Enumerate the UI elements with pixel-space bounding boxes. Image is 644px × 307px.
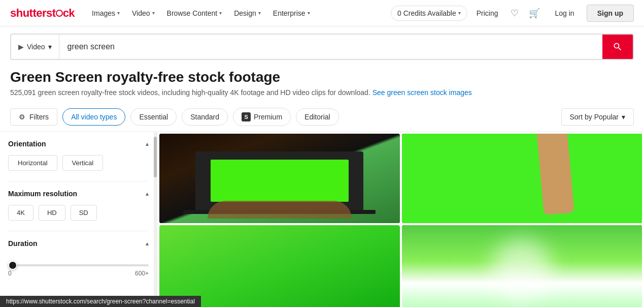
login-button[interactable]: Log in — [547, 5, 583, 21]
video-thumb-3[interactable] — [159, 225, 400, 307]
chevron-down-icon: ▾ — [117, 10, 120, 16]
resolution-sd[interactable]: SD — [71, 205, 97, 221]
navbar: shutterstck Images ▾ Video ▾ Browse Cont… — [0, 0, 644, 26]
status-bar: https://www.shutterstock.com/search/gree… — [0, 296, 201, 307]
resolution-buttons: 4K HD SD — [8, 205, 149, 221]
video-thumb-2[interactable] — [402, 134, 642, 223]
divider — [8, 181, 149, 181]
filter-premium[interactable]: S Premium — [233, 108, 291, 126]
scroll-indicator — [154, 132, 157, 307]
orientation-vertical[interactable]: Vertical — [62, 155, 104, 171]
nav-item-browse-content[interactable]: Browse Content ▾ — [162, 5, 227, 21]
video-icon: ▶ — [18, 43, 24, 51]
chevron-down-icon: ▾ — [622, 113, 625, 121]
main-layout: Orientation ▴ Horizontal Vertical Maximu… — [0, 132, 644, 307]
nav-item-images[interactable]: Images ▾ — [87, 5, 125, 21]
collapse-icon: ▴ — [146, 240, 149, 247]
filter-icon: ⚙ — [19, 113, 25, 121]
search-type-label: Video — [27, 43, 45, 51]
content-grid — [157, 132, 644, 307]
nav-item-design[interactable]: Design ▾ — [229, 5, 266, 21]
premium-badge: S — [242, 112, 251, 121]
logo[interactable]: shutterstck — [10, 7, 75, 20]
filter-all-video-types[interactable]: All video types — [62, 108, 125, 126]
hero-title: Green Screen royalty-free stock footage — [10, 69, 634, 85]
search-type-selector[interactable]: ▶ Video ▾ — [11, 35, 59, 59]
chevron-down-icon: ▾ — [458, 10, 461, 16]
wishlist-button[interactable]: ♡ — [507, 5, 522, 22]
duration-slider-container: 0 600+ — [8, 255, 149, 279]
chevron-down-icon: ▾ — [308, 10, 310, 16]
divider-2 — [8, 231, 149, 231]
nav-right: 0 Credits Available ▾ Pricing ♡ 🛒 Log in… — [391, 5, 634, 22]
nav-item-enterprise[interactable]: Enterprise ▾ — [268, 5, 315, 21]
pricing-link[interactable]: Pricing — [471, 5, 503, 21]
video-thumb-1[interactable] — [159, 134, 400, 223]
hero-subtitle: 525,091 green screen royalty-free stock … — [10, 88, 634, 97]
scroll-thumb — [154, 137, 157, 177]
filter-bar: ⚙ Filters All video types Essential Stan… — [0, 103, 644, 132]
sort-button[interactable]: Sort by Popular ▾ — [561, 108, 634, 126]
search-bar: ▶ Video ▾ — [10, 34, 634, 60]
chevron-down-icon: ▾ — [152, 10, 155, 16]
search-button[interactable] — [602, 35, 633, 59]
sidebar-section-duration: Duration ▴ 0 600+ — [8, 239, 149, 279]
filter-standard[interactable]: Standard — [182, 108, 228, 126]
sidebar-section-resolution: Maximum resolution ▴ 4K HD SD — [8, 190, 149, 221]
duration-slider[interactable] — [8, 264, 149, 266]
chevron-down-icon: ▾ — [258, 10, 261, 16]
resolution-hd[interactable]: HD — [39, 205, 65, 221]
video-thumb-4[interactable] — [402, 225, 642, 307]
slider-labels: 0 600+ — [8, 270, 149, 277]
chevron-down-icon: ▾ — [219, 10, 222, 16]
nav-links: Images ▾ Video ▾ Browse Content ▾ Design… — [87, 5, 315, 21]
collapse-icon: ▴ — [146, 190, 149, 197]
filter-essential[interactable]: Essential — [130, 108, 177, 126]
hero-link[interactable]: See green screen stock images — [372, 88, 472, 97]
credits-button[interactable]: 0 Credits Available ▾ — [391, 6, 467, 21]
sidebar: Orientation ▴ Horizontal Vertical Maximu… — [0, 132, 157, 307]
resolution-4k[interactable]: 4K — [8, 205, 33, 221]
nav-item-video[interactable]: Video ▾ — [127, 5, 160, 21]
logo-text: shutterstck — [10, 7, 75, 19]
hero-section: Green Screen royalty-free stock footage … — [0, 67, 644, 103]
cart-button[interactable]: 🛒 — [526, 5, 543, 22]
filters-button[interactable]: ⚙ Filters — [10, 108, 57, 126]
orientation-header[interactable]: Orientation ▴ — [8, 140, 149, 148]
orientation-buttons: Horizontal Vertical — [8, 155, 149, 171]
search-icon — [613, 42, 623, 52]
orientation-horizontal[interactable]: Horizontal — [8, 155, 57, 171]
signup-button[interactable]: Sign up — [587, 5, 634, 22]
search-input[interactable] — [59, 36, 602, 57]
chevron-down-icon: ▾ — [48, 43, 52, 51]
resolution-header[interactable]: Maximum resolution ▴ — [8, 190, 149, 198]
filter-editorial[interactable]: Editorial — [296, 108, 339, 126]
collapse-icon: ▴ — [146, 140, 149, 147]
duration-header[interactable]: Duration ▴ — [8, 239, 149, 248]
sidebar-section-orientation: Orientation ▴ Horizontal Vertical — [8, 140, 149, 171]
